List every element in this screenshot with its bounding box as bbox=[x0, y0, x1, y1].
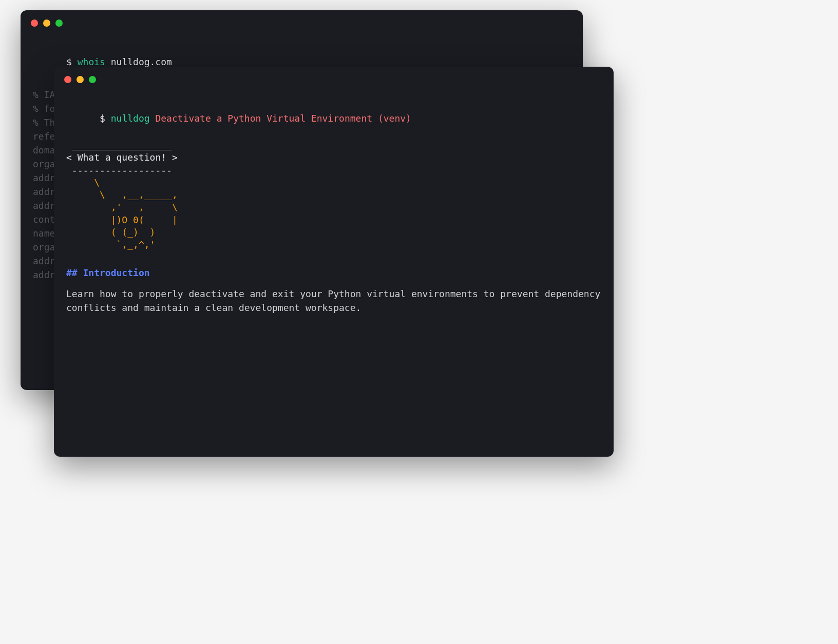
traffic-lights-front bbox=[54, 67, 614, 92]
traffic-lights-back bbox=[21, 10, 583, 36]
body-paragraph: Learn how to properly deactivate and exi… bbox=[66, 287, 601, 315]
speech-bubble: __________________ < What a question! > … bbox=[66, 139, 601, 177]
prompt-symbol: $ bbox=[100, 113, 111, 124]
terminal-window-front: $ nulldog Deactivate a Python Virtual En… bbox=[54, 67, 614, 457]
minimize-icon[interactable] bbox=[43, 19, 50, 27]
command-args: nulldog.com bbox=[111, 56, 172, 67]
prompt-symbol: $ bbox=[66, 56, 78, 67]
minimize-icon[interactable] bbox=[77, 76, 84, 83]
prompt-line-front: $ nulldog Deactivate a Python Virtual En… bbox=[66, 97, 601, 139]
terminal-front-content: $ nulldog Deactivate a Python Virtual En… bbox=[54, 92, 614, 320]
ascii-art-dog: \ \ ,__,_____, ,' , \ |)O 0( | ( (_) ) `… bbox=[66, 177, 601, 251]
command-name: nulldog bbox=[111, 113, 150, 124]
command-args: Deactivate a Python Virtual Environment … bbox=[155, 113, 411, 124]
section-heading: ## Introduction bbox=[66, 266, 601, 280]
maximize-icon[interactable] bbox=[89, 76, 96, 83]
maximize-icon[interactable] bbox=[55, 19, 63, 27]
close-icon[interactable] bbox=[31, 19, 38, 27]
command-name: whois bbox=[78, 56, 105, 67]
close-icon[interactable] bbox=[64, 76, 71, 83]
